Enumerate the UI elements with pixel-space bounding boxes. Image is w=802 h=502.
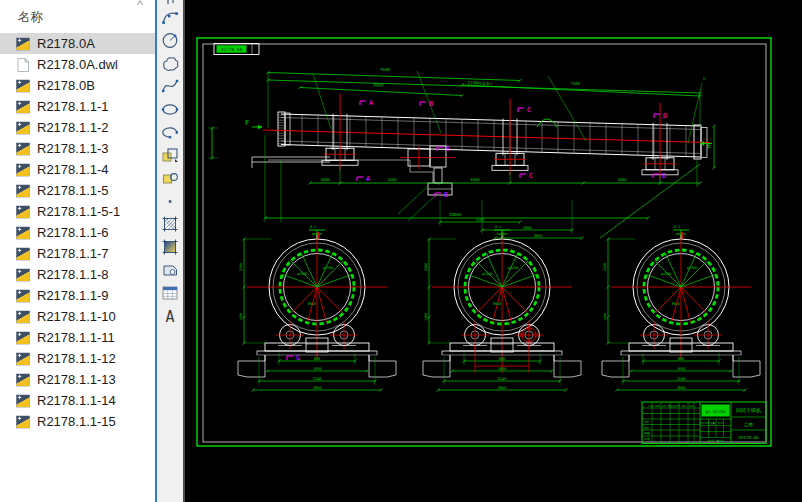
spline-icon[interactable]	[159, 76, 181, 95]
point-icon[interactable]	[159, 191, 181, 210]
svg-text:回转干燥机: 回转干燥机	[736, 407, 761, 414]
dwg-file-icon	[15, 162, 31, 178]
svg-text:A: A	[366, 175, 371, 183]
file-item[interactable]: R2178.1.1-7	[0, 243, 155, 264]
svg-text:φ2200: φ2200	[323, 266, 333, 270]
region-icon[interactable]	[159, 260, 181, 279]
file-item-label: R2178.1.1-1	[37, 99, 109, 114]
dwg-file-icon	[15, 246, 31, 262]
file-item-label: R2178.1.1-4	[37, 162, 109, 177]
circle-icon[interactable]	[159, 30, 181, 49]
svg-text:φ1840: φ1840	[661, 272, 671, 276]
svg-text:校对: 校对	[643, 426, 650, 430]
file-item[interactable]: R2178.1.1-11	[0, 327, 155, 348]
svg-text:2800: 2800	[313, 386, 322, 390]
ellipse-arc-icon[interactable]	[159, 122, 181, 141]
svg-text:C: C	[529, 172, 533, 180]
arc-icon[interactable]	[159, 7, 181, 26]
file-item[interactable]: R2178.1.1-5	[0, 180, 155, 201]
svg-text:2240: 2240	[313, 377, 322, 381]
revision-cloud-icon[interactable]	[159, 53, 181, 72]
file-list-panel: 名称 ^ R2178.0AR2178.0A.dwlR2178.0BR2178.1…	[0, 0, 155, 502]
file-item[interactable]: R2178.1.1-2	[0, 117, 155, 138]
svg-text:21000(总长): 21000(总长)	[468, 80, 493, 86]
svg-text:设计: 设计	[644, 420, 650, 424]
svg-text:重量: 重量	[710, 421, 715, 425]
svg-text:R920: R920	[493, 302, 501, 306]
file-item-label: R2178.1.1-13	[37, 372, 116, 387]
file-item[interactable]: R2178.0B	[0, 75, 155, 96]
svg-text:2800: 2800	[523, 226, 532, 230]
svg-text:R920: R920	[308, 302, 316, 306]
dwg-file-icon	[15, 120, 31, 136]
svg-text:A: A	[165, 307, 174, 325]
make-block-icon[interactable]	[159, 168, 181, 187]
file-item-label: R2178.1.1-7	[37, 246, 109, 261]
sort-ascending-icon[interactable]: ^	[137, 0, 143, 12]
file-item[interactable]: R2178.1.1-3	[0, 138, 155, 159]
file-item[interactable]: R2178.1.1-12	[0, 348, 155, 369]
dwl-file-icon	[15, 57, 31, 73]
file-item-label: R2178.1.1-6	[37, 225, 109, 240]
svg-text:3000: 3000	[320, 177, 330, 182]
svg-text:总图: 总图	[743, 422, 753, 427]
svg-text:C: C	[527, 106, 531, 114]
file-item[interactable]: R2178.1.1-13	[0, 369, 155, 390]
file-item[interactable]: R2178.0A	[0, 33, 155, 54]
svg-text:2800: 2800	[677, 386, 686, 390]
file-item-label: R2178.1.1-5	[37, 183, 109, 198]
file-list-header: 名称 ^	[0, 0, 155, 33]
dwg-file-icon	[15, 36, 31, 52]
file-item[interactable]: R2178.1.1-5-1	[0, 201, 155, 222]
svg-text:B: B	[446, 145, 450, 153]
file-item[interactable]: R2178.1.1-15	[0, 411, 155, 432]
file-item[interactable]: R2178.1.1-6	[0, 222, 155, 243]
file-item[interactable]: R2178.1.1-10	[0, 306, 155, 327]
cross-section-view: φ1840φ2200R9200.180016002240280022001400	[602, 225, 760, 392]
svg-text:800: 800	[499, 357, 506, 361]
svg-text:0.1: 0.1	[495, 225, 501, 229]
dwg-file-icon	[15, 372, 31, 388]
file-item-label: R2178.0B	[37, 78, 95, 93]
svg-text:4500: 4500	[380, 67, 390, 72]
file-item[interactable]: R2178.1.1-1	[0, 96, 155, 117]
section-cut-markers: AABBBCCDD	[357, 99, 667, 199]
dwg-file-icon	[15, 288, 31, 304]
file-item[interactable]: R2178.1.1-14	[0, 390, 155, 411]
file-item[interactable]: R2178.1.1-4	[0, 159, 155, 180]
svg-text:D: D	[663, 112, 667, 120]
ellipse-icon[interactable]	[159, 99, 181, 118]
svg-text:φ2200: φ2200	[687, 266, 697, 270]
draw-toolbar: A	[155, 0, 185, 502]
file-item[interactable]: R2178.1.1-8	[0, 264, 155, 285]
dwg-file-icon	[15, 78, 31, 94]
file-item-label: R2178.1.1-11	[37, 330, 115, 345]
svg-text:F: F	[245, 119, 249, 127]
svg-text:共1张 第1张: 共1张 第1张	[706, 439, 723, 443]
dwg-file-icon	[15, 225, 31, 241]
file-item-label: R2178.1.1-5-1	[37, 204, 120, 219]
svg-text:2240: 2240	[677, 377, 686, 381]
svg-text:1600: 1600	[677, 367, 686, 371]
column-header-name[interactable]: 名称	[18, 9, 43, 26]
file-item-label: R2178.1.1-3	[37, 141, 109, 156]
multiline-text-icon[interactable]: A	[159, 306, 181, 325]
dwg-file-icon	[15, 267, 31, 283]
gradient-icon[interactable]	[159, 237, 181, 256]
file-item-label: R2178.1.1-14	[37, 393, 116, 408]
svg-text:比例: 比例	[718, 422, 723, 425]
file-item-label: R2178.1.1-2	[37, 120, 109, 135]
insert-block-icon[interactable]	[159, 145, 181, 164]
table-icon[interactable]	[159, 283, 181, 302]
cad-drawing[interactable]: R2178.0A4500650021000(总长)75001FE30005500…	[185, 0, 802, 502]
hatch-icon[interactable]	[159, 214, 181, 233]
svg-text:φ1840: φ1840	[297, 272, 307, 276]
clipped-tool-icon[interactable]	[159, 0, 181, 5]
svg-text:A: A	[369, 99, 374, 107]
dwg-file-icon	[15, 330, 31, 346]
file-item[interactable]: R2178.0A.dwl	[0, 54, 155, 75]
cad-canvas[interactable]: R2178.0A4500650021000(总长)75001FE30005500…	[185, 0, 802, 502]
file-item-label: R2178.1.1-9	[37, 288, 109, 303]
cross-section-view: φ1840φ2200R9200.180016002240280022001400	[423, 225, 581, 392]
file-item[interactable]: R2178.1.1-9	[0, 285, 155, 306]
